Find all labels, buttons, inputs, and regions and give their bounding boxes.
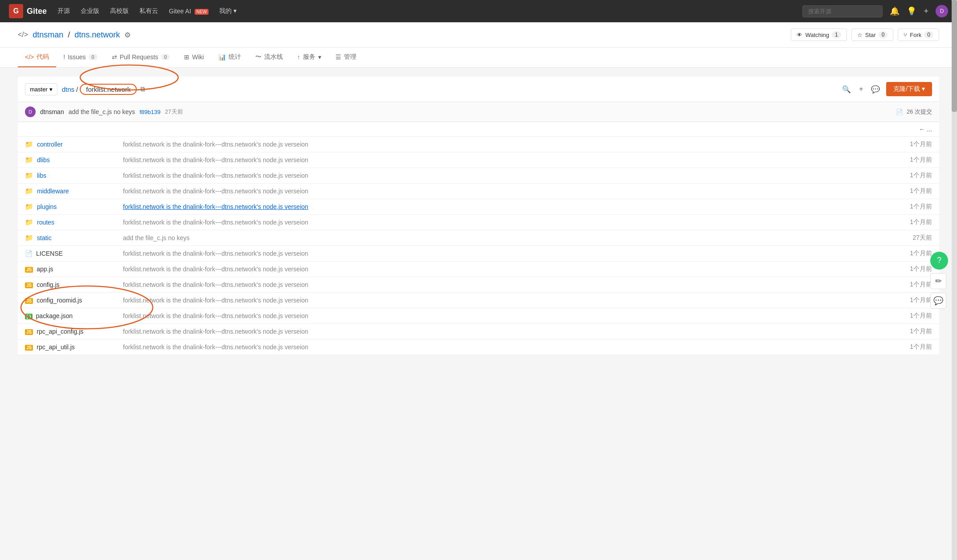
comment-button[interactable]: 💬 [869, 83, 882, 95]
tab-issues[interactable]: ! Issues 0 [56, 48, 104, 67]
search-button[interactable]: 🔍 [840, 83, 853, 95]
tab-stats[interactable]: 📊 统计 [211, 48, 248, 67]
bulb-icon[interactable]: 💡 [907, 6, 916, 16]
chat-button[interactable]: 💬 [930, 293, 946, 309]
add-file-button[interactable]: + [857, 83, 865, 95]
search-input[interactable] [802, 5, 883, 17]
nav-right: 🔔 💡 + D [802, 5, 948, 17]
folder-icon: 📁 [25, 172, 33, 180]
nav-private[interactable]: 私有云 [139, 7, 158, 15]
star-button[interactable]: ☆ Star 0 [851, 29, 894, 41]
file-commit-msg: forklist.network is the dnalink-fork---d… [116, 215, 886, 230]
folder-name[interactable]: 📁 controller [25, 140, 109, 148]
issue-icon: ! [63, 53, 65, 61]
file-commit-msg: forklist.network is the dnalink-fork---d… [116, 184, 886, 199]
file-table: ← ... 📁 controller forklist.network is t… [18, 122, 939, 355]
table-row: ← ... [18, 122, 939, 137]
table-row: JS rpc_api_util.js forklist.network is t… [18, 339, 939, 355]
pipeline-icon: 〜 [255, 53, 262, 61]
watch-label: Watching [805, 32, 829, 38]
watch-button[interactable]: 👁 Watching 1 [791, 29, 847, 41]
folder-name[interactable]: 📁 libs [25, 172, 109, 180]
edit-button[interactable]: ✏ [930, 273, 946, 289]
commit-message: add the file_c.js no keys [69, 108, 135, 115]
stats-icon: 📊 [218, 53, 226, 61]
bell-icon[interactable]: 🔔 [890, 6, 900, 16]
table-row: 📁 static add the file_c.js no keys 27天前 [18, 230, 939, 246]
file-name[interactable]: JS rpc_api_config.js [25, 328, 109, 335]
file-name[interactable]: JS app.js [25, 266, 109, 273]
branch-selector[interactable]: master ▾ [25, 83, 57, 95]
commit-right: 📄 26 次提交 [896, 108, 932, 116]
help-button[interactable]: ? [930, 252, 948, 270]
file-name[interactable]: { } package.json [25, 312, 109, 319]
repo-owner-link[interactable]: dtnsman [33, 30, 63, 40]
folder-icon: 📁 [25, 203, 33, 211]
float-actions: ? ✏ 💬 [930, 252, 948, 309]
table-row: 📁 libs forklist.network is the dnalink-f… [18, 168, 939, 184]
file-time: 1个月前 [886, 199, 939, 215]
table-row: JS config.js forklist.network is the dna… [18, 277, 939, 293]
fork-button[interactable]: ⑂ Fork 0 [898, 29, 939, 41]
repo-header: </> dtnsman / dtns.network ⚙ 👁 Watching … [0, 22, 957, 48]
clone-button[interactable]: 克隆/下载 ▾ [886, 82, 932, 96]
commit-hash[interactable]: f89b139 [139, 109, 160, 115]
folder-icon: 📁 [25, 234, 33, 242]
nav-opensource[interactable]: 开源 [57, 7, 70, 15]
folder-icon: 📁 [25, 156, 33, 164]
file-name[interactable]: JS config.js [25, 281, 109, 288]
file-name[interactable]: 📄 LICENSE [25, 250, 109, 257]
clone-label: 克隆/下载 ▾ [893, 85, 925, 93]
nav-ai[interactable]: Gitee AI NEW [169, 8, 209, 15]
watch-count: 1 [832, 31, 841, 38]
table-row: JS rpc_api_config.js forklist.network is… [18, 324, 939, 339]
folder-name[interactable]: 📁 dlibs [25, 156, 109, 164]
tab-manage[interactable]: ☰ 管理 [328, 48, 364, 67]
scrollbar[interactable] [952, 0, 957, 364]
avatar[interactable]: D [936, 5, 948, 17]
copy-icon[interactable]: ⧉ [140, 85, 145, 93]
file-commit-msg: forklist.network is the dnalink-fork---d… [116, 168, 886, 184]
tab-pr-label: Pull Requests [120, 53, 158, 61]
commit-avatar: D [25, 106, 36, 117]
repo-title: </> dtnsman / dtns.network ⚙ [18, 30, 131, 40]
table-row: 📄 LICENSE forklist.network is the dnalin… [18, 246, 939, 262]
file-commit-msg: forklist.network is the dnalink-fork---d… [116, 293, 886, 308]
file-commit-msg: forklist.network is the dnalink-fork---d… [116, 339, 886, 355]
tab-service[interactable]: ↑ 服务 ▾ [290, 48, 328, 67]
logo[interactable]: G Gitee [9, 4, 47, 18]
file-commit-msg[interactable]: forklist.network is the dnalink-fork---d… [116, 199, 886, 215]
scrollbar-thumb[interactable] [952, 0, 957, 112]
tab-wiki-label: Wiki [192, 53, 204, 61]
json-file-icon: { } [25, 312, 33, 319]
breadcrumb-current: forklist.network [80, 84, 137, 95]
nav-mine[interactable]: 我的 ▾ [219, 7, 237, 15]
tab-pipeline-label: 流水线 [264, 53, 283, 61]
folder-name[interactable]: 📁 static [25, 234, 109, 242]
tab-code[interactable]: </> 代码 [18, 48, 56, 67]
tab-pipeline[interactable]: 〜 流水线 [248, 48, 290, 67]
logo-text: Gitee [27, 7, 47, 16]
folder-name[interactable]: 📁 routes [25, 218, 109, 226]
folder-name[interactable]: 📁 middleware [25, 187, 109, 195]
nav-university[interactable]: 高校版 [110, 7, 129, 15]
branch-bar: master ▾ dtns / forklist.network ⧉ 🔍 + 💬… [18, 77, 939, 102]
folder-name[interactable]: 📁 plugins [25, 203, 109, 211]
tab-manage-label: 管理 [344, 53, 356, 61]
repo-name-link[interactable]: dtns.network [74, 30, 120, 40]
table-row: 📁 routes forklist.network is the dnalink… [18, 215, 939, 230]
nav-enterprise[interactable]: 企业版 [81, 7, 99, 15]
plus-icon[interactable]: + [924, 7, 928, 16]
file-name[interactable]: JS config_roomid.js [25, 297, 109, 304]
back-link[interactable]: ← ... [18, 122, 939, 137]
star-icon: ☆ [857, 32, 863, 38]
doc-file-icon: 📄 [25, 250, 33, 257]
tab-wiki[interactable]: ⊞ Wiki [177, 48, 211, 67]
js-file-icon: JS [25, 343, 33, 351]
file-commit-msg: forklist.network is the dnalink-fork---d… [116, 262, 886, 277]
file-name[interactable]: JS rpc_api_util.js [25, 343, 109, 351]
tab-stats-label: 统计 [229, 53, 241, 61]
breadcrumb-root[interactable]: dtns [62, 86, 74, 93]
tab-pullrequests[interactable]: ⇄ Pull Requests 0 [105, 48, 177, 67]
settings-icon[interactable]: ⚙ [124, 31, 131, 39]
